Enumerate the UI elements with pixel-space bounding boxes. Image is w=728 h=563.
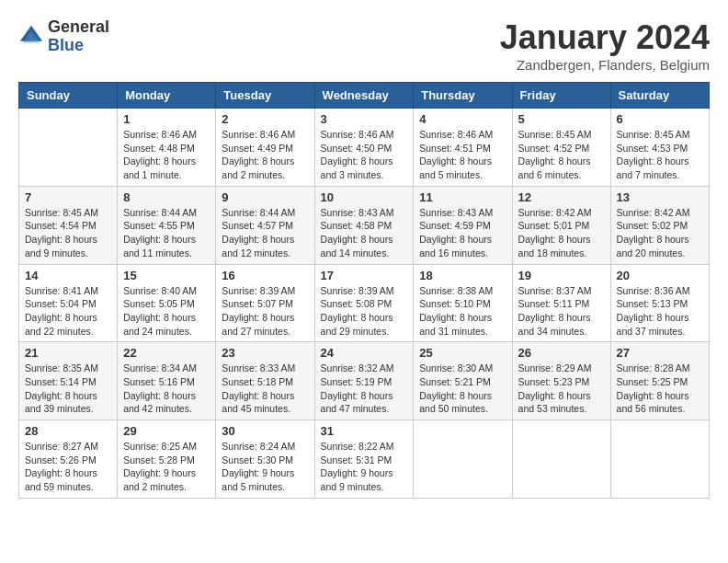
day-info: Sunrise: 8:43 AMSunset: 4:58 PMDaylight:…	[321, 206, 408, 260]
day-number: 11	[419, 190, 506, 204]
logo-text: General Blue	[48, 18, 109, 55]
day-info: Sunrise: 8:33 AMSunset: 5:18 PMDaylight:…	[222, 362, 308, 416]
calendar-cell: 11Sunrise: 8:43 AMSunset: 4:59 PMDayligh…	[414, 186, 512, 264]
day-number: 31	[321, 424, 408, 438]
calendar-cell	[512, 420, 610, 499]
day-number: 23	[222, 346, 308, 360]
calendar-cell: 5Sunrise: 8:45 AMSunset: 4:52 PMDaylight…	[512, 109, 610, 187]
day-info: Sunrise: 8:27 AMSunset: 5:26 PMDaylight:…	[25, 440, 111, 494]
day-number: 14	[25, 269, 111, 282]
day-number: 18	[419, 269, 506, 282]
weekday-header-tuesday: Tuesday	[216, 83, 314, 109]
weekday-header-wednesday: Wednesday	[314, 83, 414, 109]
day-info: Sunrise: 8:29 AMSunset: 5:23 PMDaylight:…	[518, 362, 605, 416]
calendar-cell: 21Sunrise: 8:35 AMSunset: 5:14 PMDayligh…	[19, 342, 118, 420]
day-info: Sunrise: 8:22 AMSunset: 5:31 PMDaylight:…	[321, 440, 408, 494]
weekday-header-monday: Monday	[118, 83, 216, 109]
day-info: Sunrise: 8:30 AMSunset: 5:21 PMDaylight:…	[419, 362, 506, 416]
weekday-header-row: SundayMondayTuesdayWednesdayThursdayFrid…	[19, 83, 710, 109]
day-info: Sunrise: 8:46 AMSunset: 4:49 PMDaylight:…	[222, 128, 308, 182]
day-number: 28	[25, 424, 111, 438]
calendar-cell: 14Sunrise: 8:41 AMSunset: 5:04 PMDayligh…	[19, 264, 118, 342]
day-number: 7	[25, 190, 111, 204]
calendar-cell: 29Sunrise: 8:25 AMSunset: 5:28 PMDayligh…	[118, 420, 216, 499]
day-info: Sunrise: 8:37 AMSunset: 5:11 PMDaylight:…	[518, 284, 605, 339]
calendar-cell: 2Sunrise: 8:46 AMSunset: 4:49 PMDaylight…	[216, 109, 314, 187]
calendar-cell: 25Sunrise: 8:30 AMSunset: 5:21 PMDayligh…	[414, 342, 512, 420]
day-info: Sunrise: 8:39 AMSunset: 5:08 PMDaylight:…	[321, 284, 408, 339]
logo-icon	[18, 24, 44, 50]
day-number: 29	[123, 424, 210, 438]
day-info: Sunrise: 8:42 AMSunset: 5:01 PMDaylight:…	[518, 206, 605, 260]
day-info: Sunrise: 8:42 AMSunset: 5:02 PMDaylight:…	[617, 206, 703, 260]
calendar-cell: 7Sunrise: 8:45 AMSunset: 4:54 PMDaylight…	[19, 186, 118, 264]
location: Zandbergen, Flanders, Belgium	[500, 57, 710, 73]
day-number: 19	[518, 269, 605, 282]
day-number: 21	[25, 346, 111, 360]
calendar-week-1: 1Sunrise: 8:46 AMSunset: 4:48 PMDaylight…	[19, 109, 710, 187]
day-info: Sunrise: 8:34 AMSunset: 5:16 PMDaylight:…	[123, 362, 210, 416]
day-info: Sunrise: 8:44 AMSunset: 4:55 PMDaylight:…	[123, 206, 210, 260]
day-number: 9	[222, 190, 308, 204]
day-number: 25	[419, 346, 506, 360]
calendar-cell: 6Sunrise: 8:45 AMSunset: 4:53 PMDaylight…	[610, 109, 709, 187]
logo-general: General	[48, 18, 109, 37]
calendar-cell: 1Sunrise: 8:46 AMSunset: 4:48 PMDaylight…	[118, 109, 216, 187]
calendar-cell: 10Sunrise: 8:43 AMSunset: 4:58 PMDayligh…	[314, 186, 414, 264]
day-info: Sunrise: 8:40 AMSunset: 5:05 PMDaylight:…	[123, 284, 210, 339]
weekday-header-saturday: Saturday	[610, 83, 709, 109]
calendar-week-3: 14Sunrise: 8:41 AMSunset: 5:04 PMDayligh…	[19, 264, 710, 342]
page-header: General Blue January 2024 Zandbergen, Fl…	[18, 18, 710, 73]
day-info: Sunrise: 8:46 AMSunset: 4:48 PMDaylight:…	[123, 128, 210, 182]
calendar-table: SundayMondayTuesdayWednesdayThursdayFrid…	[18, 82, 710, 499]
calendar-cell: 8Sunrise: 8:44 AMSunset: 4:55 PMDaylight…	[118, 186, 216, 264]
day-number: 8	[123, 190, 210, 204]
day-info: Sunrise: 8:39 AMSunset: 5:07 PMDaylight:…	[222, 284, 308, 339]
calendar-cell: 20Sunrise: 8:36 AMSunset: 5:13 PMDayligh…	[610, 264, 709, 342]
calendar-cell: 24Sunrise: 8:32 AMSunset: 5:19 PMDayligh…	[314, 342, 414, 420]
day-number: 5	[518, 112, 605, 126]
calendar-cell: 22Sunrise: 8:34 AMSunset: 5:16 PMDayligh…	[118, 342, 216, 420]
calendar-cell: 28Sunrise: 8:27 AMSunset: 5:26 PMDayligh…	[19, 420, 118, 499]
day-info: Sunrise: 8:28 AMSunset: 5:25 PMDaylight:…	[617, 362, 703, 416]
calendar-week-4: 21Sunrise: 8:35 AMSunset: 5:14 PMDayligh…	[19, 342, 710, 420]
day-info: Sunrise: 8:35 AMSunset: 5:14 PMDaylight:…	[25, 362, 111, 416]
calendar-cell: 30Sunrise: 8:24 AMSunset: 5:30 PMDayligh…	[216, 420, 314, 499]
day-number: 10	[321, 190, 408, 204]
day-number: 6	[617, 112, 703, 126]
calendar-cell: 23Sunrise: 8:33 AMSunset: 5:18 PMDayligh…	[216, 342, 314, 420]
day-number: 12	[518, 190, 605, 204]
day-info: Sunrise: 8:46 AMSunset: 4:50 PMDaylight:…	[321, 128, 408, 182]
day-number: 20	[617, 269, 703, 282]
day-info: Sunrise: 8:38 AMSunset: 5:10 PMDaylight:…	[419, 284, 506, 339]
day-number: 3	[321, 112, 408, 126]
day-number: 16	[222, 269, 308, 282]
calendar-cell: 13Sunrise: 8:42 AMSunset: 5:02 PMDayligh…	[610, 186, 709, 264]
weekday-header-thursday: Thursday	[414, 83, 512, 109]
day-number: 17	[321, 269, 408, 282]
day-info: Sunrise: 8:41 AMSunset: 5:04 PMDaylight:…	[25, 284, 111, 339]
day-info: Sunrise: 8:45 AMSunset: 4:54 PMDaylight:…	[25, 206, 111, 260]
day-number: 13	[617, 190, 703, 204]
calendar-cell: 31Sunrise: 8:22 AMSunset: 5:31 PMDayligh…	[314, 420, 414, 499]
day-number: 2	[222, 112, 308, 126]
day-number: 27	[617, 346, 703, 360]
weekday-header-friday: Friday	[512, 83, 610, 109]
day-number: 24	[321, 346, 408, 360]
logo: General Blue	[18, 18, 109, 55]
day-number: 22	[123, 346, 210, 360]
calendar-cell: 17Sunrise: 8:39 AMSunset: 5:08 PMDayligh…	[314, 264, 414, 342]
day-number: 4	[419, 112, 506, 126]
day-info: Sunrise: 8:43 AMSunset: 4:59 PMDaylight:…	[419, 206, 506, 260]
calendar-cell: 16Sunrise: 8:39 AMSunset: 5:07 PMDayligh…	[216, 264, 314, 342]
calendar-cell: 4Sunrise: 8:46 AMSunset: 4:51 PMDaylight…	[414, 109, 512, 187]
day-number: 26	[518, 346, 605, 360]
calendar-cell: 9Sunrise: 8:44 AMSunset: 4:57 PMDaylight…	[216, 186, 314, 264]
day-info: Sunrise: 8:32 AMSunset: 5:19 PMDaylight:…	[321, 362, 408, 416]
day-info: Sunrise: 8:45 AMSunset: 4:53 PMDaylight:…	[617, 128, 703, 182]
month-year: January 2024	[500, 18, 710, 57]
day-info: Sunrise: 8:36 AMSunset: 5:13 PMDaylight:…	[617, 284, 703, 339]
day-number: 1	[123, 112, 210, 126]
day-info: Sunrise: 8:45 AMSunset: 4:52 PMDaylight:…	[518, 128, 605, 182]
day-number: 15	[123, 269, 210, 282]
